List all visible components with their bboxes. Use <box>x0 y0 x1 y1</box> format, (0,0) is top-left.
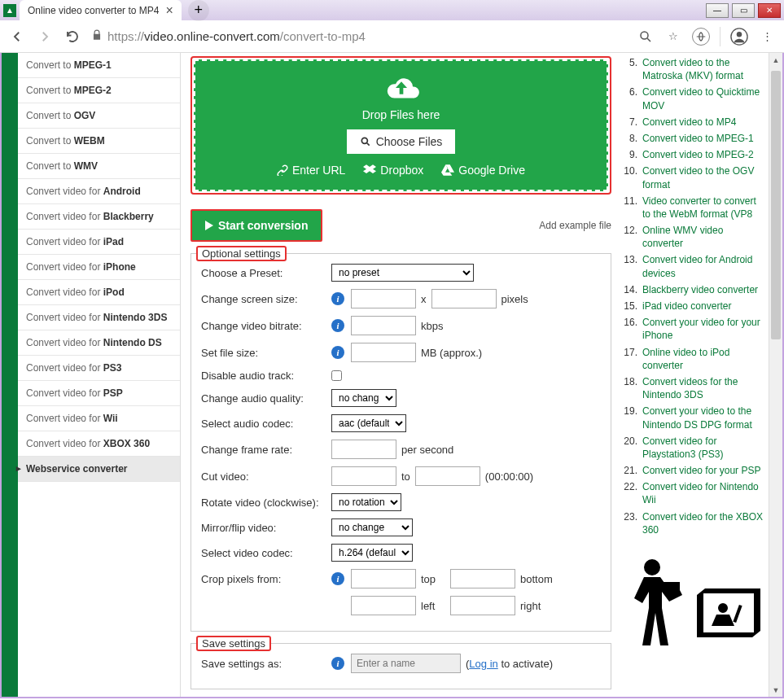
related-link-item[interactable]: 8.Convert video to MPEG-1 <box>620 132 765 145</box>
sidebar-item[interactable]: Convert video for Android <box>18 179 180 204</box>
audio-codec-select[interactable]: aac (default) <box>331 414 406 432</box>
illustration <box>620 554 765 645</box>
sidebar-item[interactable]: Convert to WEBM <box>18 129 180 154</box>
screen-height-input[interactable] <box>431 289 497 308</box>
mirror-select[interactable]: no change <box>331 518 413 536</box>
svg-rect-5 <box>733 605 742 623</box>
login-link[interactable]: Log in <box>469 658 497 670</box>
audio-quality-select[interactable]: no change <box>331 389 396 407</box>
related-link-item[interactable]: 22.Convert video for Nintendo Wii <box>620 480 765 506</box>
cut-video-label: Cut video: <box>201 470 331 483</box>
enter-url-link[interactable]: Enter URL <box>277 164 345 177</box>
related-link-item[interactable]: 18.Convert videos for the Nintendo 3DS <box>620 375 765 401</box>
scroll-up-icon[interactable]: ▲ <box>769 53 782 67</box>
related-link-item[interactable]: 13.Convert video for Android devices <box>620 253 765 279</box>
preset-select[interactable]: no preset <box>331 264 474 282</box>
screen-width-input[interactable] <box>351 289 416 308</box>
scrollbar[interactable]: ▲ ▼ <box>769 53 782 697</box>
close-window-button[interactable]: ✕ <box>758 3 781 18</box>
info-icon[interactable]: i <box>331 346 344 359</box>
save-settings-legend: Save settings <box>196 636 271 651</box>
app-icon: ▲ <box>3 4 16 17</box>
related-link-item[interactable]: 15.iPad video converter <box>620 300 765 313</box>
sidebar-item[interactable]: Convert video for XBOX 360 <box>18 431 180 457</box>
framerate-label: Change frame rate: <box>201 444 331 456</box>
cut-from-input[interactable] <box>331 466 396 486</box>
sidebar-item[interactable]: Convert video for PS3 <box>18 356 180 381</box>
disable-audio-checkbox[interactable] <box>331 370 342 381</box>
dropzone-text: Drop Files here <box>204 108 598 121</box>
sidebar-item[interactable]: Convert video for PSP <box>18 381 180 406</box>
menu-icon[interactable]: ⋮ <box>758 28 776 46</box>
related-link-item[interactable]: 20.Convert video for Playstation3 (PS3) <box>620 435 765 461</box>
related-link-item[interactable]: 14.Blackberry video converter <box>620 283 765 296</box>
new-tab-button[interactable]: + <box>188 0 209 21</box>
crop-top-input[interactable] <box>351 569 416 588</box>
url-box[interactable]: https://video.online-convert.com/convert… <box>91 29 627 43</box>
back-button[interactable] <box>8 28 26 46</box>
tab-title: Online video converter to MP4 <box>28 5 159 16</box>
cut-to-input[interactable] <box>415 466 480 486</box>
dropzone[interactable]: Drop Files here Choose Files Enter URL D… <box>191 56 611 195</box>
related-link-item[interactable]: 23.Convert video for the XBOX 360 <box>620 510 765 536</box>
sidebar-item-webservice[interactable]: Webservice converter <box>18 457 180 482</box>
save-name-input[interactable] <box>351 654 461 673</box>
lock-icon <box>91 29 103 43</box>
related-link-item[interactable]: 10.Convert video to the OGV format <box>620 164 765 190</box>
sidebar-item[interactable]: Convert video for Blackberry <box>18 204 180 230</box>
sidebar-item[interactable]: Convert video for Nintendo DS <box>18 330 180 356</box>
save-settings-fieldset: Save settings Save settings as: i (Log i… <box>191 643 611 689</box>
info-icon[interactable]: i <box>331 292 344 305</box>
related-link-item[interactable]: 19.Convert your video to the Nintendo DS… <box>620 405 765 431</box>
related-link-item[interactable]: 12.Online WMV video converter <box>620 224 765 250</box>
extension-icon[interactable] <box>692 28 710 46</box>
start-conversion-button[interactable]: Start conversion <box>191 209 322 242</box>
sidebar-item[interactable]: Convert to OGV <box>18 103 180 129</box>
titlebar: ▲ Online video converter to MP4 × + — ▭ … <box>0 0 784 20</box>
browser-tab[interactable]: Online video converter to MP4 × <box>20 0 182 21</box>
related-link-item[interactable]: 21.Convert video for your PSP <box>620 464 765 477</box>
related-link-item[interactable]: 17.Online video to iPod converter <box>620 346 765 372</box>
sidebar-item[interactable]: Convert video for iPad <box>18 230 180 255</box>
add-example-file-link[interactable]: Add example file <box>539 220 611 231</box>
bitrate-input[interactable] <box>351 316 416 335</box>
info-icon[interactable]: i <box>331 657 344 670</box>
crop-left-input[interactable] <box>351 596 416 615</box>
crop-right-input[interactable] <box>450 596 515 615</box>
related-link-item[interactable]: 5.Convert video to the Matroska (MKV) fo… <box>620 56 765 82</box>
sidebar-item[interactable]: Convert video for iPhone <box>18 255 180 280</box>
related-link-item[interactable]: 11.Video converter to convert to the Web… <box>620 195 765 221</box>
crop-bottom-input[interactable] <box>450 569 515 588</box>
sidebar-item[interactable]: Convert to WMV <box>18 154 180 179</box>
filesize-input[interactable] <box>351 343 416 362</box>
framerate-input[interactable] <box>331 440 396 459</box>
dropbox-link[interactable]: Dropbox <box>363 164 423 177</box>
scroll-thumb[interactable] <box>771 71 781 339</box>
info-icon[interactable]: i <box>331 572 344 585</box>
save-as-label: Save settings as: <box>201 658 331 670</box>
info-icon[interactable]: i <box>331 319 344 332</box>
close-tab-icon[interactable]: × <box>165 3 173 18</box>
sidebar-item[interactable]: Convert video for Wii <box>18 406 180 431</box>
reload-button[interactable] <box>64 28 81 46</box>
sidebar-item[interactable]: Convert to MPEG-2 <box>18 78 180 103</box>
video-codec-select[interactable]: h.264 (default) <box>331 544 413 562</box>
related-link-item[interactable]: 16.Convert your video for your iPhone <box>620 316 765 342</box>
profile-icon[interactable] <box>730 28 748 46</box>
related-link-item[interactable]: 7.Convert video to MP4 <box>620 116 765 129</box>
sidebar-item[interactable]: Convert to MPEG-1 <box>18 53 180 78</box>
related-link-item[interactable]: 9.Convert video to MPEG-2 <box>620 148 765 161</box>
google-drive-link[interactable]: Google Drive <box>441 164 525 177</box>
bookmark-icon[interactable]: ☆ <box>664 28 682 46</box>
related-link-item[interactable]: 6.Convert video to Quicktime MOV <box>620 85 765 112</box>
maximize-button[interactable]: ▭ <box>732 3 755 18</box>
url-text: https://video.online-convert.com/convert… <box>107 29 366 43</box>
sidebar-item[interactable]: Convert video for Nintendo 3DS <box>18 305 180 330</box>
minimize-button[interactable]: — <box>706 3 729 18</box>
choose-files-button[interactable]: Choose Files <box>347 129 456 154</box>
sidebar-item[interactable]: Convert video for iPod <box>18 280 180 305</box>
forward-button[interactable] <box>36 28 54 46</box>
scroll-down-icon[interactable]: ▼ <box>769 683 782 697</box>
zoom-icon[interactable] <box>637 28 655 46</box>
rotate-select[interactable]: no rotation <box>331 493 401 511</box>
